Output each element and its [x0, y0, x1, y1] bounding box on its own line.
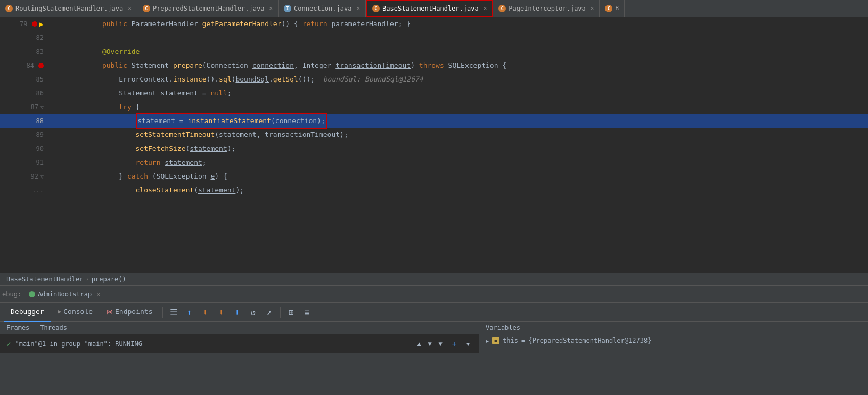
- session-icon: [29, 291, 35, 297]
- frame-row-main[interactable]: ✓ "main"@1 in group "main": RUNNING ▲ ▼ …: [0, 334, 479, 353]
- line-gutter-90: 90: [0, 145, 48, 152]
- variable-expand-icon[interactable]: ▶: [486, 338, 489, 344]
- line-gutter-91: 91: [0, 159, 48, 166]
- debug-content: Frames Threads ✓ "main"@1 in group "main…: [0, 322, 868, 395]
- debug-btn-watchpoints[interactable]: ≡: [300, 305, 315, 320]
- frame-add-btn[interactable]: +: [447, 336, 462, 351]
- debug-btn-variables[interactable]: ⊞: [284, 305, 299, 320]
- variable-name: this: [503, 337, 518, 344]
- breadcrumb: BaseStatementHandler › prepare(): [0, 273, 868, 285]
- session-tab-close[interactable]: ✕: [96, 291, 100, 298]
- line-num-90: 90: [29, 145, 44, 152]
- line-gutter-86: 86: [0, 90, 48, 97]
- line-gutter-85: 85: [0, 76, 48, 83]
- panel-header-frames[interactable]: Frames: [6, 324, 29, 332]
- variable-type-icon: =: [492, 337, 499, 344]
- line-gutter-82: 82: [0, 34, 48, 42]
- tab-base[interactable]: C BaseStatementHandler.java ✕: [366, 0, 493, 17]
- frame-filter-btn[interactable]: ▼: [436, 340, 445, 348]
- breakpoint-dot-79: [32, 21, 37, 27]
- tab-label-prepared: PreparedStatementHandler.java: [153, 5, 265, 12]
- tab-label-overflow: B: [615, 5, 619, 12]
- tab-prepared[interactable]: C PreparedStatementHandler.java ✕: [137, 0, 279, 17]
- debug-tab-debugger[interactable]: Debugger: [4, 303, 51, 322]
- variables-panel: Variables ▶ = this = {PreparedStatementH…: [479, 322, 868, 395]
- breadcrumb-method[interactable]: prepare(): [92, 276, 126, 283]
- tab-close-prepared[interactable]: ✕: [269, 5, 273, 12]
- debug-tab-debugger-label: Debugger: [11, 308, 44, 316]
- line-num-88: 88: [29, 117, 44, 125]
- debug-btn-step-out[interactable]: ⬇: [214, 305, 229, 320]
- line-num-92: 92: [23, 173, 38, 180]
- line-num-last: ...: [29, 187, 44, 194]
- breadcrumb-separator: ›: [86, 276, 89, 283]
- code-line-last: ... closeStatement(statement);: [0, 183, 868, 197]
- debug-btn-evaluate[interactable]: ↺: [246, 305, 261, 320]
- breakpoint-arrow-79: ▶: [39, 20, 44, 28]
- line-num-82: 82: [29, 34, 44, 42]
- code-content: 79 ▶ public ParameterHandler getParamete…: [0, 17, 868, 273]
- tab-icon-prepared: C: [143, 5, 150, 12]
- frame-thread-label: "main"@1 in group "main": RUNNING: [15, 340, 142, 348]
- variables-title: Variables: [486, 324, 520, 332]
- variables-header: Variables: [479, 322, 868, 334]
- tab-icon-connection: I: [284, 5, 291, 12]
- tab-label-page: PageInterceptor.java: [509, 5, 586, 12]
- panel-header-threads[interactable]: Threads: [40, 324, 67, 332]
- variable-equals: =: [521, 337, 525, 344]
- line-gutter-87: 87 ▽: [0, 103, 48, 111]
- debug-tab-console-label: Console: [63, 308, 93, 316]
- toolbar-separator-1: [162, 307, 163, 318]
- tab-overflow[interactable]: C B: [600, 0, 625, 17]
- tab-icon-base: C: [372, 5, 380, 12]
- line-num-84: 84: [19, 62, 34, 69]
- tab-routing[interactable]: C RoutingStatementHandler.java ✕: [0, 0, 137, 17]
- line-num-89: 89: [29, 131, 44, 139]
- tab-icon-overflow: C: [605, 5, 612, 12]
- breadcrumb-class[interactable]: BaseStatementHandler: [6, 276, 84, 283]
- variable-row-this[interactable]: ▶ = this = {PreparedStatementHandler@127…: [479, 334, 868, 347]
- fold-icon-87[interactable]: ▽: [40, 104, 44, 110]
- tab-page[interactable]: C PageInterceptor.java ✕: [493, 0, 600, 17]
- endpoints-icon: ⋈: [107, 308, 113, 316]
- variable-value: {PreparedStatementHandler@12738}: [528, 337, 651, 344]
- tab-connection[interactable]: I Connection.java ✕: [279, 0, 366, 17]
- console-icon: ▶: [58, 308, 62, 315]
- code-text-last: closeStatement(statement);: [48, 170, 868, 211]
- line-num-87: 87: [23, 103, 38, 111]
- code-line-79: 79 ▶ public ParameterHandler getParamete…: [0, 17, 868, 31]
- tab-bar: C RoutingStatementHandler.java ✕ C Prepa…: [0, 0, 868, 17]
- debug-btn-step-into[interactable]: ⬇: [198, 305, 213, 320]
- line-gutter-83: 83: [0, 48, 48, 55]
- debug-tab-endpoints[interactable]: ⋈ Endpoints: [100, 303, 159, 322]
- tab-close-routing[interactable]: ✕: [128, 5, 132, 12]
- fold-icon-92[interactable]: ▽: [40, 174, 44, 180]
- tab-close-base[interactable]: ✕: [484, 5, 487, 12]
- breakpoint-dot-84: [38, 63, 44, 68]
- frame-check-icon: ✓: [6, 340, 11, 348]
- line-gutter-84: 84: [0, 62, 48, 69]
- tab-label-routing: RoutingStatementHandler.java: [15, 5, 123, 12]
- debug-btn-step-over[interactable]: ⬆: [182, 305, 197, 320]
- tab-close-connection[interactable]: ✕: [356, 5, 360, 12]
- session-tab-label: AdminBootstrap: [38, 291, 92, 298]
- frame-down-btn[interactable]: ▼: [425, 340, 434, 348]
- debug-btn-trace[interactable]: ↗: [262, 305, 277, 320]
- line-gutter-79: 79 ▶: [0, 20, 48, 28]
- line-num-91: 91: [29, 159, 44, 166]
- line-num-79: 79: [13, 20, 28, 28]
- debug-tab-console[interactable]: ▶ Console: [52, 303, 99, 322]
- tab-close-page[interactable]: ✕: [591, 5, 594, 12]
- line-num-86: 86: [29, 90, 44, 97]
- frame-dropdown[interactable]: ▼: [464, 340, 472, 348]
- debug-toolbar: Debugger ▶ Console ⋈ Endpoints ☰ ⬆ ⬇ ⬇ ⬆…: [0, 303, 868, 322]
- debug-session-tab[interactable]: AdminBootstrap ✕: [23, 286, 105, 303]
- debug-btn-run-to[interactable]: ⬆: [230, 305, 245, 320]
- tab-icon-routing: C: [5, 5, 13, 12]
- panel-header: Frames Threads: [0, 322, 479, 334]
- line-gutter-89: 89: [0, 131, 48, 139]
- debug-btn-menu[interactable]: ☰: [166, 305, 181, 320]
- line-num-83: 83: [29, 48, 44, 55]
- frame-up-btn[interactable]: ▲: [415, 340, 423, 348]
- tab-icon-page: C: [498, 5, 506, 12]
